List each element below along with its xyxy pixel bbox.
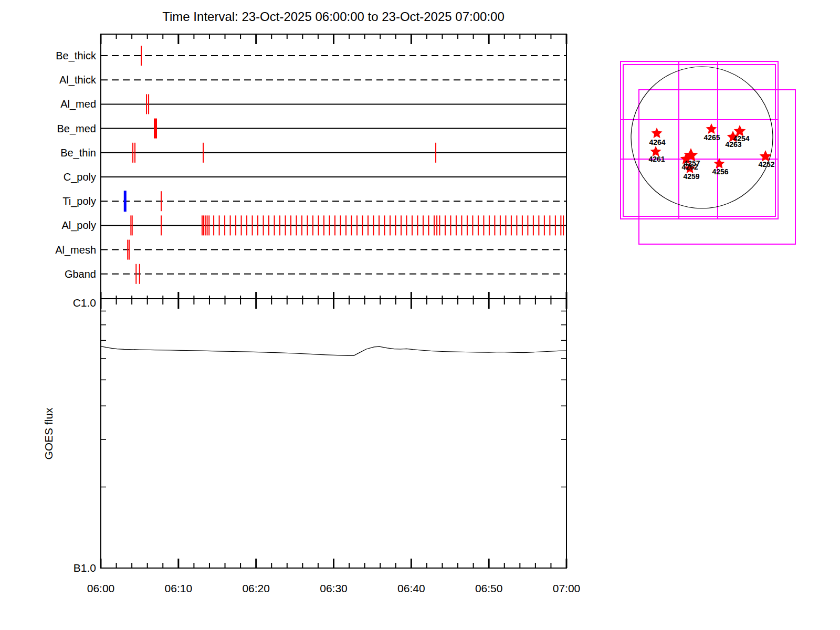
filter-timeline-panel: Be_thickAl_thickAl_medBe_medBe_thinC_pol… <box>55 34 566 309</box>
x-tick-label: 07:00 <box>553 582 581 594</box>
x-tick-label: 06:00 <box>87 582 115 594</box>
x-tick-label: 06:40 <box>397 582 425 594</box>
active-region-label: 4259 <box>683 172 699 181</box>
filter-row-label: Be_thick <box>56 50 97 62</box>
active-region-label: 4262 <box>681 163 698 171</box>
fov-box <box>623 65 775 216</box>
filter-row-label: C_poly <box>64 171 96 183</box>
filter-row-label: Be_thin <box>60 147 96 159</box>
goes-frame <box>101 299 566 568</box>
solar-limb-circle <box>631 67 773 208</box>
active-region-label: 4252 <box>758 160 774 169</box>
x-tick-label: 06:10 <box>165 582 193 594</box>
filter-row-label: Ti_poly <box>62 195 96 207</box>
filter-row-label: Gband <box>65 268 96 280</box>
goes-y-min-label: B1.0 <box>74 562 96 574</box>
goes-y-axis-title: GOES flux <box>43 407 55 460</box>
fov-box <box>621 61 778 219</box>
active-region-label: 4261 <box>648 155 665 163</box>
xrt-observation-figure: Time Interval: 23-Oct-2025 06:00:00 to 2… <box>0 0 840 630</box>
active-region-label: 4256 <box>712 167 728 176</box>
filter-row-label: Al_mesh <box>55 244 96 256</box>
goes-flux-curve <box>101 346 566 356</box>
active-region-star <box>652 128 663 138</box>
filter-row-label: Al_med <box>60 98 96 110</box>
goes-y-max-label: C1.0 <box>73 297 96 309</box>
active-region-label: 4265 <box>704 133 720 142</box>
goes-flux-panel: 06:0006:1006:2006:3006:4006:5007:00 <box>87 299 581 594</box>
filter-row-label: Al_thick <box>59 74 97 86</box>
filter-row-label: Al_poly <box>61 219 96 232</box>
x-tick-label: 06:30 <box>320 582 348 594</box>
figure-title: Time Interval: 23-Oct-2025 06:00:00 to 2… <box>162 9 505 24</box>
active-region-label: 4263 <box>725 140 741 149</box>
active-region-label: 4264 <box>649 138 665 146</box>
filter-row-label: Be_med <box>57 123 97 135</box>
active-region-star <box>706 123 717 134</box>
timeline-frame <box>101 34 566 299</box>
solar-disk-map: 4264426142654254426342574262425942564252 <box>621 61 795 244</box>
x-tick-label: 06:50 <box>475 582 503 594</box>
x-tick-label: 06:20 <box>242 582 270 594</box>
